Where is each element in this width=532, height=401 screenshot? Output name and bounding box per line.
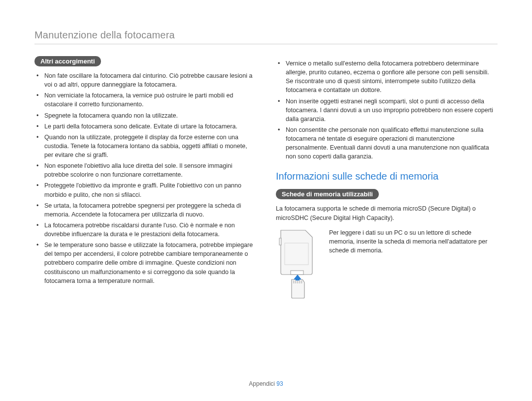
right-column: Vernice o metallo sull'esterno della fot… xyxy=(276,56,498,302)
section-heading-memory: Informazioni sulle schede di memoria xyxy=(276,171,498,182)
footer-label: Appendici xyxy=(249,380,275,387)
list-item: Non fate oscillare la fotocamera dal cin… xyxy=(43,71,256,89)
sd-card-illustration xyxy=(276,228,320,302)
svg-rect-3 xyxy=(293,280,295,283)
pill-altri-accorgimenti: Altri accorgimenti xyxy=(34,56,101,66)
svg-rect-6 xyxy=(299,280,300,283)
left-list: Non fate oscillare la fotocamera dal cin… xyxy=(34,71,256,285)
list-item: Se le temperature sono basse e utilizzat… xyxy=(43,241,256,285)
right-cont-list: Vernice o metallo sull'esterno della fot… xyxy=(276,59,498,161)
content-columns: Altri accorgimenti Non fate oscillare la… xyxy=(34,56,498,302)
svg-rect-0 xyxy=(279,238,281,245)
list-item: Vernice o metallo sull'esterno della fot… xyxy=(285,59,498,95)
footer-page-number: 93 xyxy=(276,380,283,387)
list-item: Le parti della fotocamera sono delicate.… xyxy=(43,122,256,131)
list-item: Non inserite oggetti estranei negli scom… xyxy=(285,97,498,123)
list-item: Non consentite che personale non qualifi… xyxy=(285,125,498,161)
svg-rect-4 xyxy=(295,280,297,283)
page: Manutenzione della fotocamera Altri acco… xyxy=(0,0,532,401)
svg-rect-2 xyxy=(291,271,303,275)
footer: Appendici 93 xyxy=(0,380,532,387)
left-column: Altri accorgimenti Non fate oscillare la… xyxy=(34,56,256,302)
sd-instruction-text: Per leggere i dati su un PC o su un lett… xyxy=(329,228,498,255)
svg-rect-9 xyxy=(296,278,299,280)
list-item: Proteggete l'obiettivo da impronte e gra… xyxy=(43,181,256,199)
svg-rect-7 xyxy=(301,280,302,283)
page-title: Manutenzione della fotocamera xyxy=(34,30,498,44)
list-item: Quando non la utilizzate, proteggete il … xyxy=(43,133,256,159)
pill-schede-utilizzabili: Schede di memoria utilizzabili xyxy=(276,189,379,199)
svg-rect-5 xyxy=(297,280,299,283)
memory-supported-text: La fotocamera supporta le schede di memo… xyxy=(276,204,498,222)
memory-block: Per leggere i dati su un PC o su un lett… xyxy=(276,228,498,302)
list-item: Non esponete l'obiettivo alla luce diret… xyxy=(43,161,256,179)
list-item: Se urtata, la fotocamera potrebbe spegne… xyxy=(43,201,256,219)
list-item: Spegnete la fotocamera quando non la uti… xyxy=(43,111,256,120)
list-item: La fotocamera potrebbe riscaldarsi duran… xyxy=(43,221,256,239)
list-item: Non verniciate la fotocamera, la vernice… xyxy=(43,91,256,109)
